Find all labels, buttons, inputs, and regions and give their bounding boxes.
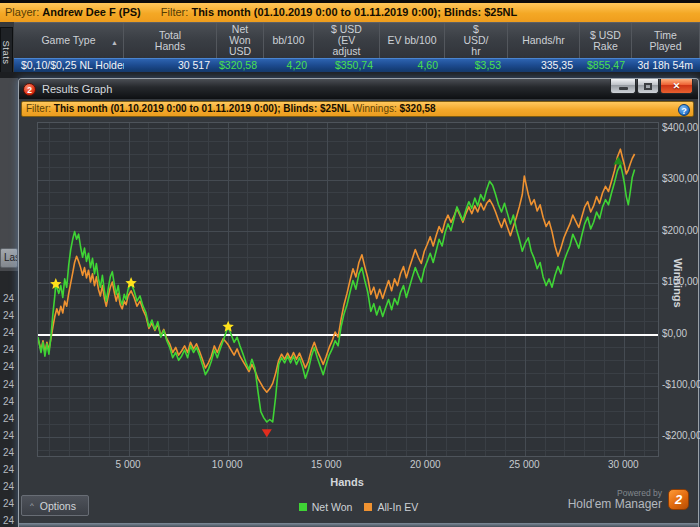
maximize-button[interactable] [637, 79, 659, 94]
row-cell-net_won: $320,58 [217, 59, 264, 72]
list-item: 24 [3, 512, 17, 527]
hm2-logo: 2 [668, 489, 689, 510]
legend-label: All-In EV [377, 501, 418, 513]
list-item: 24 [3, 427, 17, 444]
graph-filter-bar: Filter: This month (01.10.2019 0:00 to 0… [21, 101, 694, 117]
list-item: 24 [3, 393, 17, 410]
row-cell-hands_hr: 335,35 [508, 59, 580, 72]
column-header-usd_ev[interactable]: $ USD (EV adjust [314, 23, 380, 58]
list-item: 24 [3, 376, 17, 393]
info-icon[interactable]: ? [678, 104, 690, 116]
options-button-label: Options [40, 500, 76, 512]
list-item: 24 [3, 324, 17, 341]
y-tick-label: -$100,00 [662, 379, 700, 391]
list-item: 24 [3, 461, 17, 478]
stats-table-header: Game Type▲Total HandsNet Won USDbb/100$ … [14, 22, 700, 58]
y-tick-label: -$200,00 [662, 430, 700, 442]
row-cell-game_type: $0,10/$0,25 NL Holdem [14, 59, 124, 72]
legend-swatch [364, 503, 372, 511]
y-tick-label: $100,00 [662, 276, 700, 288]
player-label: Player: [5, 6, 39, 18]
stats-table-selected-row[interactable]: $0,10/$0,25 NL Holdem30 517$320,584,20$3… [14, 58, 700, 72]
row-cell-total_hands: 30 517 [124, 59, 217, 72]
background-list-panel: 2424242424242424242424242424 [0, 271, 18, 527]
min-marker-icon [262, 429, 272, 437]
x-tick-label: 5 000 [98, 459, 158, 470]
list-item: 24 [3, 444, 17, 461]
star-marker [125, 277, 136, 288]
y-tick-label: $400,00 [662, 122, 700, 134]
sort-asc-icon: ▲ [111, 37, 118, 48]
legend-swatch [299, 503, 307, 511]
x-tick-label: 30 000 [593, 459, 653, 470]
x-tick-label: 15 000 [296, 459, 356, 470]
column-header-usd_hr[interactable]: $ USD/ hr [445, 23, 508, 58]
window-controls: ✕ [610, 79, 693, 94]
maximize-icon [644, 83, 652, 90]
list-item: 24 [3, 290, 17, 307]
list-item: 24 [3, 358, 17, 375]
powered-by-block: Powered by Hold'em Manager 2 [568, 488, 689, 510]
minimize-icon [619, 87, 628, 90]
column-header-net_won[interactable]: Net Won USD [217, 23, 264, 58]
winnings-value: $320,58 [400, 103, 436, 114]
column-header-bb100[interactable]: bb/100 [264, 23, 314, 58]
y-tick-label: $200,00 [662, 225, 700, 237]
list-item: 24 [3, 341, 17, 358]
player-value: Andrew Dee F (PS) [42, 6, 140, 18]
row-cell-usd_ev: $350,74 [314, 59, 380, 72]
column-header-game_type[interactable]: Game Type▲ [14, 23, 124, 58]
close-button[interactable]: ✕ [660, 79, 693, 94]
stats-tab-label: Stats [1, 40, 12, 64]
column-header-rake[interactable]: $ USD Rake [580, 23, 632, 58]
row-cell-time_played: 3d 18h 54m [632, 59, 700, 72]
y-tick-label: $300,00 [662, 173, 700, 185]
list-item: 24 [3, 495, 17, 512]
last-filter-button[interactable]: Las [0, 248, 18, 268]
x-tick-label: 25 000 [494, 459, 554, 470]
window-bottom-edge [19, 523, 698, 527]
graph-filter-value: This month (01.10.2019 0:00 to 01.11.201… [54, 103, 350, 114]
row-cell-rake: $855,47 [580, 59, 632, 72]
row-cell-usd_hr: $3,53 [445, 59, 508, 72]
options-button[interactable]: ^ Options [21, 495, 89, 516]
filter-label: Filter: [161, 6, 189, 18]
legend-item-all-in-ev: All-In EV [364, 501, 418, 513]
window-titlebar[interactable]: 2 Results Graph ✕ [19, 79, 698, 99]
x-tick-label: 20 000 [395, 459, 455, 470]
minimize-button[interactable] [610, 79, 636, 94]
results-chart-plot[interactable] [37, 122, 659, 457]
hm2-app-icon: 2 [23, 83, 36, 96]
player-filter-bar: Player: Andrew Dee F (PS) Filter: This m… [0, 3, 700, 22]
powered-by-line2: Hold'em Manager [568, 499, 662, 510]
column-header-total_hands[interactable]: Total Hands [124, 23, 217, 58]
column-header-hands_hr[interactable]: Hands/hr [508, 23, 580, 58]
x-tick-label: 10 000 [197, 459, 257, 470]
caret-up-icon: ^ [30, 501, 34, 510]
graph-filter-label: Filter: [26, 103, 51, 114]
legend-label: Net Won [312, 501, 353, 513]
results-chart-svg [38, 123, 658, 456]
window-title: Results Graph [42, 83, 112, 95]
sidebar-tab-stats[interactable]: Stats [0, 27, 13, 77]
last-filter-label: Las [4, 252, 18, 263]
list-item: 24 [3, 410, 17, 427]
powered-by-text: Powered by Hold'em Manager [568, 488, 662, 510]
results-graph-window: 2 Results Graph ✕ Filter: This month (01… [18, 78, 699, 527]
close-icon: ✕ [673, 81, 681, 91]
row-cell-ev_bb100: 4,60 [380, 59, 445, 72]
filter-value: This month (01.10.2019 0:00 to 01.11.201… [191, 6, 517, 18]
list-item: 24 [3, 478, 17, 495]
column-header-ev_bb100[interactable]: EV bb/100 [380, 23, 445, 58]
screen: Player: Andrew Dee F (PS) Filter: This m… [0, 0, 700, 527]
column-header-time_played[interactable]: Time Played [632, 23, 700, 58]
x-axis-title: Hands [37, 476, 657, 488]
y-tick-label: $0,00 [662, 328, 700, 340]
list-item: 24 [3, 307, 17, 324]
winnings-label: Winnings: [353, 103, 397, 114]
row-cell-bb100: 4,20 [264, 59, 314, 72]
legend-item-net-won: Net Won [299, 501, 353, 513]
